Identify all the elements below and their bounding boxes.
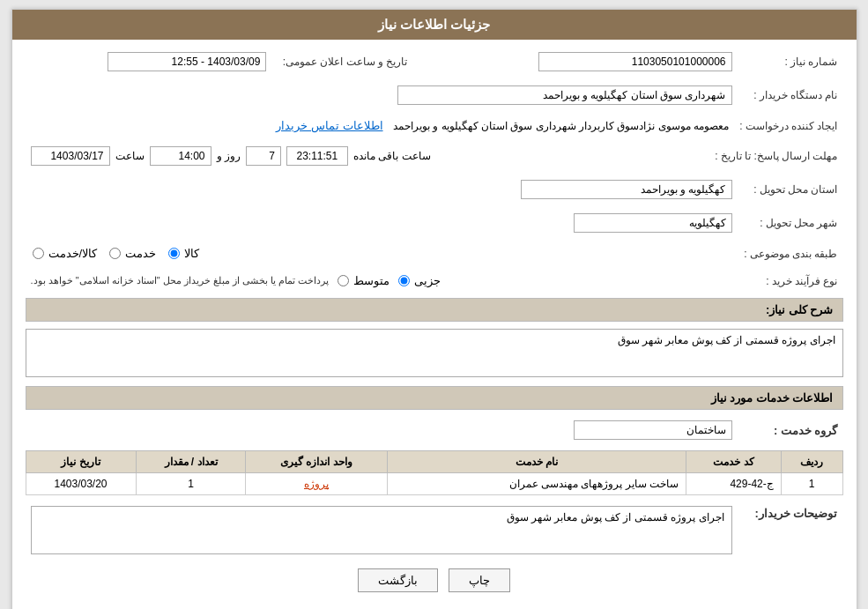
buyer-form-table: نام دستگاه خریدار : شهرداری سوق استان که… [26,82,843,108]
announce-value: 1403/03/09 - 12:55 [108,52,266,71]
page-title: جزئیات اطلاعات نیاز [378,17,490,32]
creator-form-table: ایجاد کننده درخواست : معصومه موسوی نژادس… [26,115,843,136]
purchase-motavasset-option: متوسط [336,274,389,287]
buyer-org-label: نام دستگاه خریدار : [738,82,843,108]
purchase-note: پرداخت تمام یا بخشی از مبلغ خریداز محل "… [31,275,330,286]
purchase-jozi-radio[interactable] [398,275,410,286]
buyer-org-value: شهرداری سوق استان کهگیلویه و بویراحمد [397,85,732,105]
services-section-label: اطلاعات خدمات مورد نیاز [711,391,834,405]
buyer-desc-label: توضیحات خریدار: [738,502,843,558]
deadline-form-table: مهلت ارسال پاسخ: تا تاریخ : 1403/03/17 س… [26,143,843,169]
province-label: استان محل تحویل : [738,176,843,203]
need-number-value: 1103050101000006 [538,52,732,71]
cell-unit: پروژه [246,473,387,495]
general-desc-wrapper: اجرای پروژه قسمتی از کف پوش معابر شهر سو… [26,329,843,377]
content-area: شماره نیاز : 1103050101000006 تاریخ و سا… [12,40,857,609]
deadline-days-value: 7 [246,146,281,166]
buyer-desc-value: اجرای پروژه قسمتی از کف پوش معابر شهر سو… [31,506,732,554]
purchase-motavasset-label: متوسط [353,274,389,287]
cell-quantity: 1 [136,473,246,495]
services-data-table: ردیف کد خدمت نام خدمت واحد اندازه گیری ت… [26,450,843,495]
city-value: کهگیلویه [574,213,732,233]
category-kala-radio[interactable] [168,248,180,259]
deadline-label: مهلت ارسال پاسخ: تا تاریخ : [709,143,842,169]
buyer-desc-table: توضیحات خریدار: اجرای پروژه قسمتی از کف … [26,502,843,558]
city-label: شهر محل تحویل : [738,210,843,236]
main-container: جزئیات اطلاعات نیاز شماره نیاز : 1103050… [11,9,857,609]
purchase-type-label: نوع فرآیند خرید : [738,271,843,291]
top-form-table: شماره نیاز : 1103050101000006 تاریخ و سا… [26,48,843,75]
creator-contact-link[interactable]: اطلاعات تماس خریدار [276,119,382,132]
deadline-date-value: 1403/03/17 [31,146,110,166]
category-kala-khadamat-label: کالا/خدمت [48,247,98,260]
service-group-table: گروه خدمت : ساختمان [26,417,843,443]
print-button[interactable]: چاپ [449,568,510,592]
city-form-table: شهر محل تحویل : کهگیلویه [26,210,843,236]
creator-label: ایجاد کننده درخواست : [734,115,842,136]
table-row: 1 ج-42-429 ساخت سایر پروژههای مهندسی عمر… [26,473,842,495]
cell-date: 1403/03/20 [26,473,136,495]
category-form-table: طبقه بندی موضوعی : کالا/خدمت خدمت کالا [26,243,843,264]
page-header: جزئیات اطلاعات نیاز [12,10,857,40]
button-row: چاپ بازگشت [26,568,843,605]
province-form-table: استان محل تحویل : کهگیلویه و بویراحمد [26,176,843,203]
col-header-service-code: کد خدمت [686,451,782,473]
col-header-quantity: تعداد / مقدار [136,451,246,473]
announce-label: تاریخ و ساعت اعلان عمومی: [271,48,412,75]
general-desc-section-header: شرح کلی نیاز: [26,298,843,322]
cell-service-name: ساخت سایر پروژههای مهندسی عمران [387,473,686,495]
creator-value: معصومه موسوی نژادسوق کاربردار شهرداری سو… [393,120,729,132]
service-group-value: ساختمان [574,420,732,440]
category-khadamat-option: خدمت [108,247,156,260]
category-kala-khadamat-option: کالا/خدمت [31,247,98,260]
col-header-unit: واحد اندازه گیری [246,451,387,473]
purchase-jozi-label: جزیی [414,274,441,287]
general-desc-value: اجرای پروژه قسمتی از کف پوش معابر شهر سو… [26,329,843,377]
category-label: طبقه بندی موضوعی : [738,243,843,264]
purchase-motavasset-radio[interactable] [338,275,349,286]
cell-service-code: ج-42-429 [686,473,782,495]
buyer-desc-wrapper: توضیحات خریدار: اجرای پروژه قسمتی از کف … [26,502,843,558]
province-value: کهگیلویه و بویراحمد [521,180,732,199]
col-header-row-num: ردیف [781,451,842,473]
back-button[interactable]: بازگشت [358,568,438,592]
col-header-date: تاریخ نیاز [26,451,136,473]
deadline-timer-value: 23:11:51 [286,146,348,166]
deadline-day-label: روز و [217,150,241,162]
cell-row-num: 1 [781,473,842,495]
general-desc-label: شرح کلی نیاز: [766,303,834,316]
category-kala-option: کالا [167,247,199,260]
services-section-header: اطلاعات خدمات مورد نیاز [26,386,843,410]
purchase-jozi-option: جزیی [397,274,441,287]
category-kala-label: کالا [184,247,199,260]
col-header-service-name: نام خدمت [387,451,686,473]
purchase-type-form-table: نوع فرآیند خرید : پرداخت تمام یا بخشی از… [26,271,843,291]
category-khadamat-radio[interactable] [109,248,121,259]
need-number-label: شماره نیاز : [738,48,843,75]
category-khadamat-label: خدمت [125,247,156,260]
service-group-label: گروه خدمت : [738,417,843,443]
deadline-time-label: ساعت [115,150,145,162]
deadline-time-value: 14:00 [150,146,211,166]
deadline-remaining-label: ساعت باقی مانده [353,150,431,162]
category-kala-khadamat-radio[interactable] [33,248,44,259]
